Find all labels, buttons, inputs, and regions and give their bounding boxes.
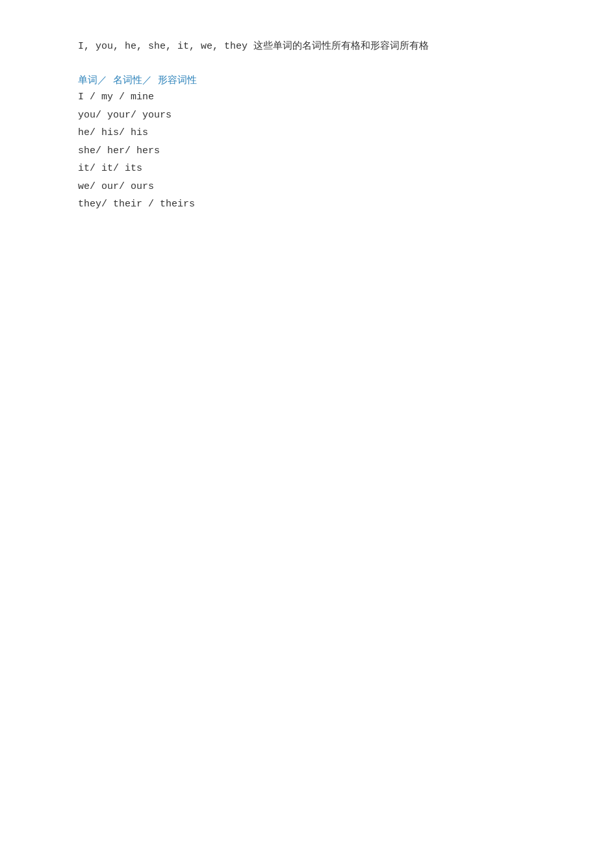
table-row-1: I / my / mine (78, 89, 536, 106)
title-line: I, you, he, she, it, we, they 这些单词的名词性所有… (78, 39, 536, 55)
table-row-3: he/ his/ his (78, 125, 536, 142)
table-row-7: they/ their / theirs (78, 196, 536, 213)
title-chinese: 这些单词的名词性所有格和形容词所有格 (253, 41, 429, 52)
table-row-2: you/ your/ yours (78, 107, 536, 124)
table-row-6: we/ our/ ours (78, 179, 536, 195)
table-section: 单词／ 名词性／ 形容词性 I / my / mine you/ your/ y… (78, 74, 536, 213)
title-english: I, you, he, she, it, we, they (78, 41, 253, 52)
table-header: 单词／ 名词性／ 形容词性 (78, 74, 536, 86)
table-row-4: she/ her/ hers (78, 143, 536, 160)
table-row-5: it/ it/ its (78, 160, 536, 177)
